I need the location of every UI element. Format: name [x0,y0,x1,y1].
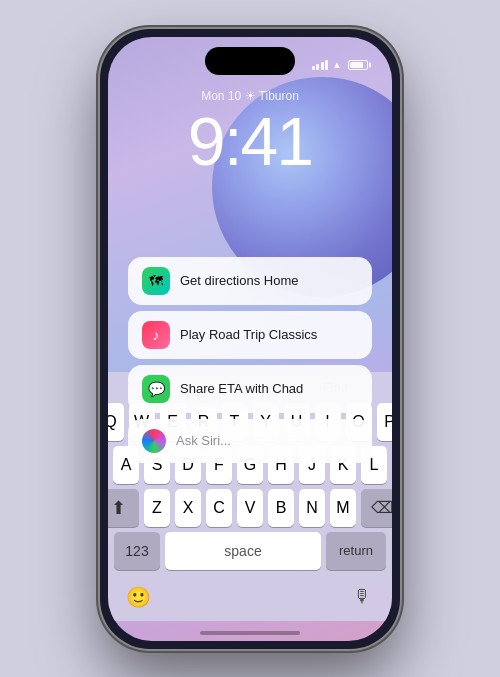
siri-suggestions: 🗺 Get directions Home ♪ Play Road Trip C… [128,257,372,471]
suggestion-directions[interactable]: 🗺 Get directions Home [128,257,372,305]
battery-icon [348,60,368,70]
key-p[interactable]: P [377,403,393,441]
key-q[interactable]: Q [108,403,124,441]
signal-bar-1 [312,66,315,70]
key-c[interactable]: C [206,489,232,527]
keyboard-row-4: 123 space return [114,532,386,570]
status-right: ▲ [312,59,368,70]
key-delete[interactable]: ⌫ [361,489,392,527]
messages-icon: 💬 [142,375,170,403]
mic-key[interactable]: 🎙 [346,581,378,613]
key-b[interactable]: B [268,489,294,527]
suggestion-music[interactable]: ♪ Play Road Trip Classics [128,311,372,359]
key-m[interactable]: M [330,489,356,527]
clock-area: Mon 10 ☀ Tiburon 9:41 [108,89,392,175]
clock-time: 9:41 [108,107,392,175]
battery-fill [350,62,363,68]
siri-placeholder: Ask Siri... [176,433,358,448]
signal-bar-3 [321,62,324,70]
music-icon: ♪ [142,321,170,349]
emoji-key[interactable]: 🙂 [122,581,154,613]
suggestion-directions-label: Get directions Home [180,273,299,288]
keyboard-bottom-row: 🙂 🎙 [114,575,386,621]
phone-frame: ▲ Mon 10 ☀ Tiburon 9:41 🗺 Get directions… [100,29,400,649]
signal-bar-4 [325,60,328,70]
signal-bar-2 [316,64,319,70]
signal-bars [312,60,329,70]
key-z[interactable]: Z [144,489,170,527]
suggestion-music-label: Play Road Trip Classics [180,327,317,342]
key-space[interactable]: space [165,532,321,570]
siri-orb-icon [142,429,166,453]
suggestion-messages-label: Share ETA with Chad [180,381,303,396]
phone-screen: ▲ Mon 10 ☀ Tiburon 9:41 🗺 Get directions… [108,37,392,641]
key-shift[interactable]: ⬆ [108,489,139,527]
dynamic-island [205,47,295,75]
siri-input-bar[interactable]: Ask Siri... [128,419,372,463]
suggestion-messages[interactable]: 💬 Share ETA with Chad [128,365,372,413]
home-indicator [200,631,300,635]
date-weather: Mon 10 ☀ Tiburon [108,89,392,103]
keyboard-row-3: ⬆ Z X C V B N M ⌫ [114,489,386,527]
wifi-icon: ▲ [332,59,342,70]
key-numbers[interactable]: 123 [114,532,160,570]
key-v[interactable]: V [237,489,263,527]
key-return[interactable]: return [326,532,386,570]
key-x[interactable]: X [175,489,201,527]
maps-icon: 🗺 [142,267,170,295]
key-n[interactable]: N [299,489,325,527]
